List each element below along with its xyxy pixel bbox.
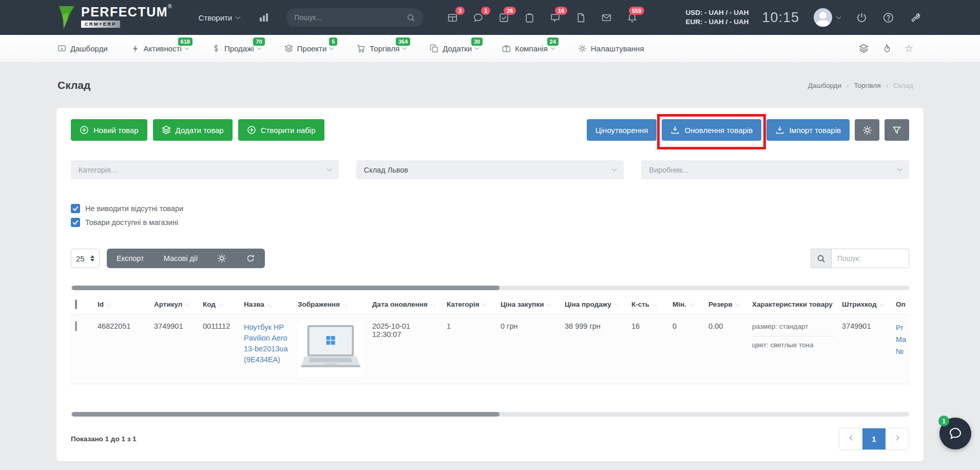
breadcrumb-dashboards[interactable]: Дашборди — [808, 82, 841, 89]
notifications-bell-icon[interactable]: 559 — [627, 12, 638, 23]
sort-icon[interactable]: ↑↓ — [689, 302, 694, 308]
nav-badge: 5 — [329, 37, 337, 46]
lightning-icon — [131, 44, 140, 53]
new-product-button[interactable]: Новий товар — [71, 119, 147, 141]
sort-icon[interactable]: ↑↓ — [430, 302, 435, 308]
sort-icon[interactable]: ↑↓ — [652, 302, 657, 308]
sort-icon[interactable]: ↑↓ — [547, 302, 551, 308]
product-image[interactable] — [298, 322, 363, 377]
manufacturer-select[interactable]: Виробник... — [641, 160, 909, 179]
col-header-reserve[interactable]: Резерв↑↓ — [704, 293, 748, 315]
chat-badge: 1 — [481, 7, 490, 15]
table-search-button[interactable] — [811, 249, 831, 268]
nav-item-sales[interactable]: Продажі 70 — [212, 44, 261, 53]
col-header-code[interactable]: Код↑↓ — [199, 293, 240, 315]
comments-icon[interactable]: 16 — [550, 12, 561, 23]
tasks-icon[interactable]: 26 — [498, 12, 509, 23]
nav-item-projects[interactable]: Проекти 5 — [284, 44, 334, 53]
col-header-name[interactable]: Назва↑↓ — [240, 293, 294, 315]
sort-icon[interactable]: ↑↓ — [342, 302, 347, 308]
bulk-actions-button[interactable]: Масові дії — [154, 249, 207, 268]
create-set-button[interactable]: Створити набір — [238, 119, 324, 141]
scrollbar-thumb[interactable] — [72, 412, 499, 417]
help-icon[interactable] — [882, 12, 894, 24]
nav-item-company[interactable]: Компанія 24 — [502, 44, 554, 53]
col-header-category[interactable]: Категорія↑↓ — [443, 293, 496, 315]
select-all-checkbox[interactable] — [75, 299, 77, 309]
document-icon[interactable] — [575, 12, 586, 23]
col-header-clipped[interactable]: Оп — [892, 293, 909, 315]
add-product-button[interactable]: Додати товар — [153, 119, 233, 141]
create-dropdown[interactable]: Створити — [198, 13, 240, 22]
chat-widget-button[interactable]: 1 — [939, 418, 971, 449]
nav-item-settings[interactable]: Налаштування — [578, 44, 644, 53]
star-icon[interactable]: ☆ — [905, 44, 913, 53]
table-scrollbar-top[interactable] — [71, 286, 909, 290]
stack-icon[interactable] — [859, 44, 869, 53]
scrollbar-thumb[interactable] — [72, 286, 499, 290]
product-name-link[interactable]: Ноутбук HP Pavilion Aero 13-be2013ua (9E… — [244, 323, 287, 364]
breadcrumb-trade[interactable]: Торгівля — [854, 82, 880, 89]
pagination-next-button[interactable] — [886, 428, 909, 449]
global-search[interactable] — [286, 8, 424, 27]
cell-min: 0 — [668, 315, 704, 384]
pagination-prev-button[interactable] — [839, 428, 862, 449]
filter-button[interactable] — [885, 119, 909, 141]
update-products-button[interactable]: Оновлення товарів — [662, 119, 761, 141]
category-select[interactable]: Категорія... — [71, 160, 339, 179]
sort-icon[interactable]: ↑↓ — [106, 302, 111, 308]
board-icon[interactable]: 3 — [447, 12, 458, 23]
sort-icon[interactable]: ↑↓ — [614, 302, 619, 308]
brand-logo[interactable]: PERFECTUM® CRM+ERP — [57, 6, 171, 29]
comments-badge: 16 — [555, 7, 567, 15]
eur-rate: EUR: - UAH / - UAH — [685, 17, 748, 27]
search-icon — [817, 254, 825, 263]
sort-icon[interactable]: ↑↓ — [482, 302, 487, 308]
col-header-qty[interactable]: К-сть↑↓ — [627, 293, 668, 315]
nav-item-trade[interactable]: Торгівля 364 — [357, 44, 406, 53]
mail-icon[interactable] — [601, 12, 612, 23]
sort-icon[interactable]: ↑↓ — [218, 302, 223, 308]
sort-icon[interactable]: ↑↓ — [267, 302, 272, 308]
pricing-button[interactable]: Ціноутворення — [587, 119, 657, 141]
col-header-updated[interactable]: Дата оновлення↑↓ — [368, 293, 443, 315]
available-in-shop-checkbox[interactable]: Товари доступні в магазині — [71, 218, 909, 227]
warehouse-select[interactable]: Склад Львов — [356, 160, 624, 179]
sort-icon[interactable]: ↑↓ — [879, 302, 883, 308]
sort-icon[interactable]: ↑↓ — [185, 302, 189, 308]
pagination-page-1[interactable]: 1 — [862, 428, 886, 449]
page-size-select[interactable]: 25 — [71, 249, 100, 268]
clipboard-icon[interactable] — [524, 12, 535, 23]
nav-item-dashboards[interactable]: Дашборди — [57, 44, 108, 53]
global-search-input[interactable] — [294, 13, 407, 22]
row-checkbox[interactable] — [75, 321, 77, 331]
col-header-sale-price[interactable]: Ціна продажу↑↓ — [561, 293, 627, 315]
hide-absent-checkbox[interactable]: Не виводити відсутні товари — [71, 204, 909, 213]
nav-item-addons[interactable]: Додатки 30 — [430, 44, 478, 53]
import-products-button[interactable]: Імпорт товарів — [766, 119, 850, 141]
col-header-sku[interactable]: Артикул↑↓ — [150, 293, 199, 315]
refresh-button[interactable] — [236, 249, 265, 268]
bar-chart-icon[interactable] — [258, 12, 270, 23]
col-header-purchase-price[interactable]: Ціна закупки↑↓ — [496, 293, 561, 315]
col-header-image[interactable]: Зображення↑↓ — [294, 293, 368, 315]
table-search-input[interactable] — [831, 249, 909, 268]
col-header-id[interactable]: Id↑↓ — [93, 293, 150, 315]
user-menu[interactable] — [814, 8, 840, 27]
chat-icon[interactable]: 1 — [473, 12, 484, 23]
pagination: 1 — [839, 428, 909, 450]
logout-power-icon[interactable] — [856, 12, 868, 24]
export-button[interactable]: Експорт — [107, 249, 154, 268]
sort-icon[interactable]: ↑↓ — [735, 302, 740, 308]
table-scrollbar-bottom[interactable] — [71, 412, 909, 417]
column-settings-button[interactable] — [207, 249, 236, 268]
col-header-barcode[interactable]: Штрихкод↑↓ — [838, 293, 892, 315]
breadcrumb-separator: › — [886, 82, 888, 89]
table-settings-button[interactable] — [855, 119, 879, 141]
flame-icon[interactable] — [882, 44, 891, 53]
col-header-min[interactable]: Мін.↑↓ — [668, 293, 704, 315]
nav-item-activities[interactable]: Активності 618 — [131, 44, 188, 53]
settings-wrench-icon[interactable] — [909, 12, 921, 24]
nav-badge: 24 — [547, 37, 559, 46]
cell-attributes: размер: стандарт цвет: светлые тона — [748, 315, 838, 384]
